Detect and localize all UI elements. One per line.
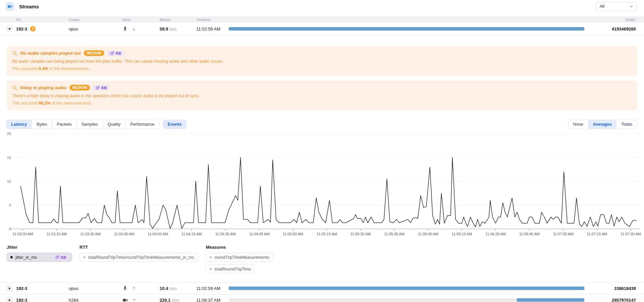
legend-chip-label: jitter_in_ms — [15, 255, 50, 260]
kb-link[interactable]: KB — [93, 85, 109, 90]
svg-text:11:06:15 AM: 11:06:15 AM — [452, 232, 472, 236]
tab-packets[interactable]: Packets — [52, 120, 76, 129]
stream-filter-select[interactable]: All — [596, 2, 637, 11]
series-dot — [83, 256, 86, 258]
microphone-icon — [122, 26, 128, 32]
top-bar: Streams All — [0, 0, 644, 13]
video-camera-icon — [122, 297, 128, 302]
legend-chip-total-round-trip-time-ratio[interactable]: totalRoundTripTime/roundTripTimeMeasurem… — [79, 253, 198, 262]
kb-link-label: KB — [116, 51, 121, 55]
issue-description: No audio samples are being played out fr… — [12, 59, 631, 64]
stream-row[interactable]: 192-3 opus 10.4 Kb/s 11:02:59 AM 3386184… — [0, 283, 644, 294]
svg-text:11:06:45 AM: 11:06:45 AM — [519, 232, 540, 236]
expand-row-button[interactable] — [6, 285, 13, 292]
stream-row[interactable]: 192-3 h264 220.1 Kb/s 11:06:37 AM 295797… — [0, 294, 644, 302]
severity-badge: MEDIUM — [69, 85, 90, 90]
svg-text:11:07:30 AM: 11:07:30 AM — [621, 232, 641, 236]
issues-count-badge: 2 — [30, 26, 36, 32]
arrow-up-icon — [131, 286, 137, 291]
tab-performance[interactable]: Performance — [125, 120, 159, 129]
timeline-bar — [229, 27, 584, 31]
legend-group-rtt: RTT totalRoundTripTime/roundTripTimeMeas… — [79, 245, 198, 262]
severity-badge: MEDIUM — [84, 50, 104, 56]
triangle-right-icon — [8, 299, 11, 302]
column-header-kind: Kind — [122, 18, 160, 22]
microphone-icon — [122, 286, 128, 291]
kb-link[interactable]: KB — [53, 255, 68, 260]
bitrate-value: 220.1 — [160, 298, 171, 302]
toggle-none[interactable]: None — [569, 120, 588, 129]
ssrc-value: 2957970147 — [584, 298, 636, 302]
svg-text:11:07:00 AM: 11:07:00 AM — [553, 232, 574, 236]
events-toggle-button[interactable]: Events — [163, 120, 186, 129]
svg-text:15: 15 — [7, 156, 11, 160]
chart-legend: Jitter jitter_in_ms KB RTT totalRoundTri… — [0, 245, 644, 274]
codec-label: h264 — [69, 298, 122, 302]
chevron-down-icon — [630, 5, 633, 8]
svg-text:11:03:15 AM: 11:03:15 AM — [46, 232, 67, 236]
issue-description: There's a high delay in playing audio in… — [12, 93, 631, 99]
svg-text:11:06:30 AM: 11:06:30 AM — [485, 232, 506, 236]
collapse-row-button[interactable] — [6, 25, 13, 32]
svg-text:11:05:15 AM: 11:05:15 AM — [317, 232, 337, 236]
kb-link-label: KB — [101, 86, 107, 90]
legend-chip-round-trip-time-measurements[interactable]: roundTripTimeMeasurements — [206, 253, 273, 262]
legend-chip-total-round-trip-time[interactable]: totalRoundTripTime — [206, 264, 255, 274]
kb-link-label: KB — [61, 255, 66, 259]
share-icon — [55, 255, 59, 259]
svg-text:5: 5 — [9, 203, 11, 207]
metric-tabs: LatencyBytesPacketsSamplesQualityPerform… — [6, 120, 159, 129]
svg-text:20: 20 — [7, 132, 11, 136]
svg-text:11:03:45 AM: 11:03:45 AM — [114, 232, 135, 236]
issue-title: Delay in playing audio — [20, 85, 66, 90]
timeline-bar — [229, 287, 584, 290]
toggle-totals[interactable]: Totals — [616, 120, 637, 129]
timeline-bar — [229, 298, 584, 302]
stream-row-expanded[interactable]: 192-3 2 opus 59.9 Kb/s 11:02:59 AM 41934… — [0, 23, 644, 35]
share-icon — [110, 51, 114, 55]
tab-bytes[interactable]: Bytes — [32, 120, 52, 129]
legend-chip-jitter-in-ms[interactable]: jitter_in_ms KB — [7, 253, 72, 262]
tab-samples[interactable]: Samples — [76, 120, 103, 129]
table-header: PC Codec Kind Bitrate Timeline SSRC — [0, 16, 644, 23]
legend-heading-jitter: Jitter — [7, 245, 72, 250]
magnifier-icon — [12, 85, 17, 90]
page-title: Streams — [19, 4, 39, 9]
svg-text:11:06:00 AM: 11:06:00 AM — [418, 232, 438, 236]
expand-row-button[interactable] — [6, 297, 13, 302]
tab-quality[interactable]: Quality — [103, 120, 125, 129]
legend-chip-label: roundTripTimeMeasurements — [215, 255, 269, 260]
ssrc-value: 338618439 — [584, 286, 636, 291]
series-dot — [210, 268, 212, 270]
issue-title: No audio samples played out — [20, 51, 81, 56]
svg-text:10: 10 — [7, 179, 11, 183]
toggle-averages[interactable]: Averages — [588, 120, 616, 129]
column-header-bitrate: Bitrate — [160, 18, 196, 22]
legend-heading-rtt: RTT — [79, 245, 198, 250]
series-dot — [210, 256, 212, 258]
arrow-down-icon — [131, 26, 137, 32]
jitter-chart-container: 0510152011:03:00 AM11:03:15 AM11:03:30 A… — [0, 130, 644, 242]
legend-group-jitter: Jitter jitter_in_ms KB — [7, 245, 72, 262]
kb-link[interactable]: KB — [107, 51, 124, 56]
issues-section: No audio samples played out MEDIUM KB No… — [7, 46, 637, 110]
pc-label: 192-3 — [16, 286, 27, 291]
legend-group-measures: Measures roundTripTimeMeasurements total… — [206, 245, 273, 274]
bitrate-unit: Kb/s — [172, 298, 179, 302]
occurrence-percent: 98.2% — [39, 101, 50, 106]
column-header-codec: Codec — [69, 18, 122, 22]
occurrence-percent: 0.4% — [39, 66, 48, 71]
svg-text:11:03:00 AM: 11:03:00 AM — [13, 232, 33, 236]
svg-text:11:04:00 AM: 11:04:00 AM — [148, 232, 168, 236]
issue-occurrence: This occurred 98.2% of the measurements. — [12, 101, 631, 106]
bitrate-unit: Kb/s — [169, 27, 177, 31]
column-header-ssrc: SSRC — [584, 18, 636, 22]
tab-latency[interactable]: Latency — [6, 120, 32, 129]
svg-text:11:05:30 AM: 11:05:30 AM — [350, 232, 371, 236]
issue-card-no-audio-samples: No audio samples played out MEDIUM KB No… — [7, 46, 637, 76]
codec-label: opus — [69, 286, 122, 291]
svg-text:11:04:15 AM: 11:04:15 AM — [181, 232, 202, 236]
svg-text:11:04:30 AM: 11:04:30 AM — [215, 232, 236, 236]
bitrate-value: 10.4 — [160, 286, 168, 291]
svg-text:11:05:45 AM: 11:05:45 AM — [384, 232, 405, 236]
